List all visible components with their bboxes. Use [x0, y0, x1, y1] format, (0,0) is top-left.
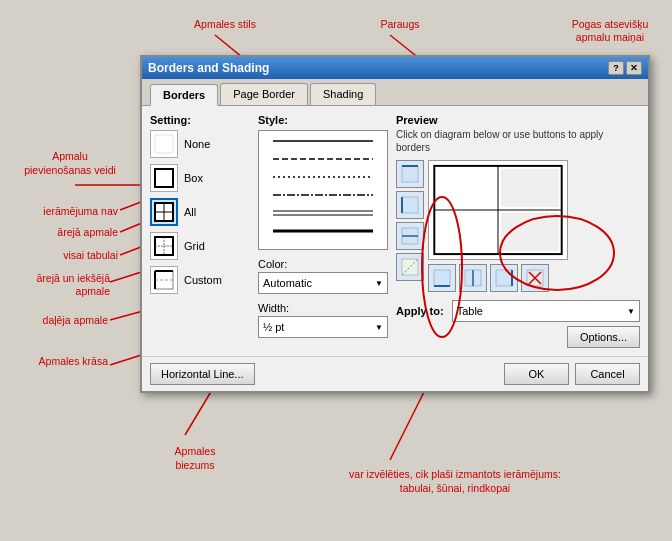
color-label: Color:	[258, 258, 388, 270]
preview-label: Preview	[396, 114, 640, 126]
horizontal-line-button[interactable]: Horizontal Line...	[150, 363, 255, 385]
preview-btn-right-border[interactable]	[490, 264, 518, 292]
preview-btn-no-border[interactable]	[521, 264, 549, 292]
tab-borders[interactable]: Borders	[150, 84, 218, 106]
setting-label: Setting:	[150, 114, 250, 126]
preview-btn-vert-border[interactable]	[459, 264, 487, 292]
label-ieramejuma-nav: ierāmējuma nav	[8, 205, 118, 219]
setting-box[interactable]: Box	[150, 164, 250, 192]
preview-btn-horiz-border[interactable]	[396, 222, 424, 250]
label-apmales-stils: Apmales stils	[185, 18, 265, 32]
preview-buttons-bottom	[428, 264, 568, 292]
svg-rect-38	[402, 259, 418, 275]
color-row: Color: Automatic ▼	[258, 258, 388, 294]
settings-panel: Setting: None	[150, 114, 250, 348]
tab-shading[interactable]: Shading	[310, 83, 376, 105]
width-label: Width:	[258, 302, 388, 314]
style-label: Style:	[258, 114, 388, 126]
style-listbox[interactable]	[258, 130, 388, 250]
width-value: ½ pt	[263, 321, 284, 333]
style-line-double[interactable]	[263, 207, 383, 219]
apply-dropdown-arrow: ▼	[627, 307, 635, 316]
setting-none[interactable]: None	[150, 130, 250, 158]
svg-rect-44	[501, 213, 559, 251]
setting-grid-label: Grid	[184, 240, 205, 252]
apply-value: Table	[457, 305, 483, 317]
label-pogas-atsevišku: Pogas atsevišķu apmalu maiņai	[555, 18, 665, 43]
dialog-body: Setting: None	[142, 106, 648, 356]
label-areja-apmale: ārejā apmale	[8, 226, 118, 240]
preview-canvas-area	[428, 160, 568, 292]
preview-btn-bottom-border[interactable]	[428, 264, 456, 292]
tabs-row: Borders Page Border Shading	[142, 79, 648, 106]
label-daleja-apmale: daļēja apmale	[8, 314, 108, 328]
svg-rect-49	[496, 270, 512, 286]
dialog-title: Borders and Shading	[148, 61, 269, 75]
apply-dropdown[interactable]: Table ▼	[452, 300, 640, 322]
style-panel: Style:	[258, 114, 388, 348]
setting-none-label: None	[184, 138, 210, 150]
help-button[interactable]: ?	[608, 61, 624, 75]
preview-btn-left-border[interactable]	[396, 191, 424, 219]
svg-rect-32	[402, 166, 418, 182]
preview-text: Click on diagram below or use buttons to…	[396, 128, 640, 154]
label-apmales-biezums: Apmales biezums	[155, 445, 235, 472]
tab-page-border[interactable]: Page Border	[220, 83, 308, 105]
setting-all-icon	[150, 198, 178, 226]
style-line-thick[interactable]	[263, 225, 383, 237]
preview-btn-diagonal[interactable]	[396, 253, 424, 281]
label-izveleties: var izvēlēties, cik plaši izmantots ierā…	[340, 468, 570, 495]
titlebar-buttons: ? ✕	[608, 61, 642, 75]
setting-custom-label: Custom	[184, 274, 222, 286]
width-dropdown[interactable]: ½ pt ▼	[258, 316, 388, 338]
setting-grid[interactable]: Grid	[150, 232, 250, 260]
options-button[interactable]: Options...	[567, 326, 640, 348]
label-paraugs: Paraugs	[360, 18, 440, 32]
label-visai-tabulai: visai tabulai	[8, 249, 118, 263]
label-areja-iekšeja: ārejā un iekšējā apmale	[0, 272, 110, 297]
label-apmales-krasa: Apmales krāsa	[8, 355, 108, 369]
color-value: Automatic	[263, 277, 312, 289]
dialog-buttons-bar: Horizontal Line... OK Cancel	[142, 356, 648, 391]
setting-grid-icon	[150, 232, 178, 260]
apply-label: Apply to:	[396, 305, 444, 317]
svg-rect-34	[402, 197, 418, 213]
dialog-content: Setting: None	[150, 114, 640, 348]
setting-custom-icon	[150, 266, 178, 294]
style-line-dashed[interactable]	[263, 153, 383, 165]
color-dropdown-arrow: ▼	[375, 279, 383, 288]
setting-box-icon	[150, 164, 178, 192]
preview-area	[396, 160, 640, 292]
svg-rect-43	[501, 169, 559, 207]
cancel-button[interactable]: Cancel	[575, 363, 640, 385]
ok-cancel-group: OK Cancel	[504, 363, 640, 385]
preview-panel: Preview Click on diagram below or use bu…	[396, 114, 640, 348]
svg-rect-14	[155, 169, 173, 187]
width-row: Width: ½ pt ▼	[258, 302, 388, 338]
preview-canvas[interactable]	[428, 160, 568, 260]
apply-row: Apply to: Table ▼	[396, 300, 640, 322]
style-line-solid[interactable]	[263, 135, 383, 147]
preview-btn-top-border[interactable]	[396, 160, 424, 188]
close-button[interactable]: ✕	[626, 61, 642, 75]
width-dropdown-arrow: ▼	[375, 323, 383, 332]
label-apmalu-pievienosanas: Apmalu pievienošanas veidi	[20, 150, 120, 177]
style-line-dashdot[interactable]	[263, 189, 383, 201]
ok-button[interactable]: OK	[504, 363, 569, 385]
setting-box-label: Box	[184, 172, 203, 184]
setting-none-icon	[150, 130, 178, 158]
preview-buttons-left	[396, 160, 424, 292]
color-dropdown[interactable]: Automatic ▼	[258, 272, 388, 294]
setting-all-label: All	[184, 206, 196, 218]
style-line-dotted[interactable]	[263, 171, 383, 183]
borders-shading-dialog: Borders and Shading ? ✕ Borders Page Bor…	[140, 55, 650, 393]
svg-rect-13	[155, 135, 173, 153]
dialog-titlebar: Borders and Shading ? ✕	[142, 57, 648, 79]
svg-rect-45	[434, 270, 450, 286]
setting-custom[interactable]: Custom	[150, 266, 250, 294]
setting-all[interactable]: All	[150, 198, 250, 226]
